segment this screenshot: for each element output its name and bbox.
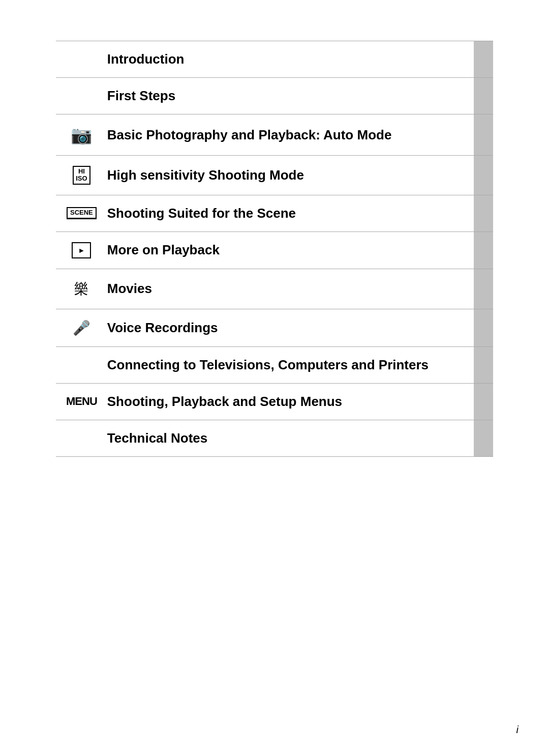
row-icon: 樂 — [56, 269, 102, 309]
row-label: Shooting, Playback and Setup Menus — [102, 383, 474, 420]
row-icon: 📷 — [56, 114, 102, 156]
row-icon — [56, 41, 102, 78]
table-row: First Steps — [56, 78, 493, 114]
row-label: Shooting Suited for the Scene — [102, 195, 474, 231]
table-row: Technical Notes — [56, 420, 493, 456]
tab-marker — [474, 41, 493, 78]
table-row: HIISO High sensitivity Shooting Mode — [56, 156, 493, 195]
scene-icon: SCENE — [67, 207, 97, 219]
row-label: Introduction — [102, 41, 474, 78]
tab-marker — [474, 195, 493, 231]
table-row: Connecting to Televisions, Computers and… — [56, 346, 493, 383]
row-icon — [56, 420, 102, 456]
row-label: First Steps — [102, 78, 474, 114]
tab-marker — [474, 114, 493, 156]
row-label: Technical Notes — [102, 420, 474, 456]
row-icon — [56, 346, 102, 383]
toc-table: Introduction First Steps 📷 Basic Photogr… — [56, 41, 493, 457]
table-row: MENU Shooting, Playback and Setup Menus — [56, 383, 493, 420]
camera-icon: 📷 — [71, 125, 92, 144]
tab-marker — [474, 269, 493, 309]
tab-marker — [474, 309, 493, 346]
hi-iso-icon: HIISO — [73, 166, 90, 185]
row-icon: HIISO — [56, 156, 102, 195]
table-row: SCENE Shooting Suited for the Scene — [56, 195, 493, 231]
tab-marker — [474, 78, 493, 114]
row-icon: MENU — [56, 383, 102, 420]
table-row: ► More on Playback — [56, 231, 493, 269]
tab-marker — [474, 156, 493, 195]
table-row: 樂 Movies — [56, 269, 493, 309]
row-icon — [56, 78, 102, 114]
table-row: Introduction — [56, 41, 493, 78]
tab-marker — [474, 420, 493, 456]
table-row: 🎤 Voice Recordings — [56, 309, 493, 346]
row-icon: ► — [56, 231, 102, 269]
menu-icon: MENU — [66, 395, 97, 408]
row-label: Movies — [102, 269, 474, 309]
playback-icon: ► — [72, 242, 91, 258]
page-container: Introduction First Steps 📷 Basic Photogr… — [0, 0, 549, 487]
table-row: 📷 Basic Photography and Playback: Auto M… — [56, 114, 493, 156]
row-label: More on Playback — [102, 231, 474, 269]
row-label: Connecting to Televisions, Computers and… — [102, 346, 474, 383]
page-number: i — [516, 724, 518, 736]
tab-marker — [474, 231, 493, 269]
movie-icon: 樂 — [74, 281, 88, 297]
mic-icon: 🎤 — [73, 320, 90, 336]
row-label: Basic Photography and Playback: Auto Mod… — [102, 114, 474, 156]
row-label: Voice Recordings — [102, 309, 474, 346]
row-label: High sensitivity Shooting Mode — [102, 156, 474, 195]
row-icon: 🎤 — [56, 309, 102, 346]
tab-marker — [474, 346, 493, 383]
row-icon: SCENE — [56, 195, 102, 231]
tab-marker — [474, 383, 493, 420]
